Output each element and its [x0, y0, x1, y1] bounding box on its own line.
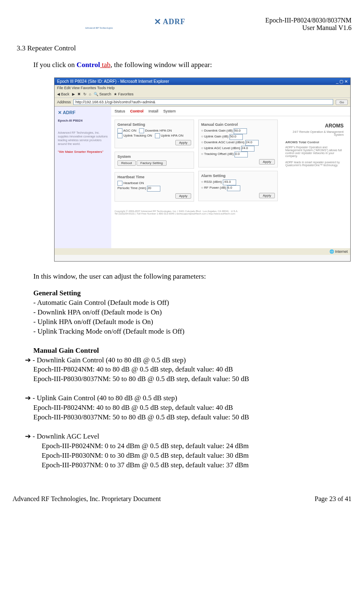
- hb-apply-button[interactable]: Apply: [175, 193, 191, 199]
- hb-period-input[interactable]: 20: [147, 186, 160, 192]
- aroms-title: AROMS: [285, 123, 344, 129]
- window-title: Epoch III P8024 (Site ID: ADRF) - Micros…: [57, 79, 169, 84]
- gs-apply-button[interactable]: Apply: [175, 140, 191, 145]
- rbox-title: AROMS Total Control: [285, 140, 344, 144]
- panel-manual-gain: Manual Gain Control ○ Downlink Gain (dB)…: [198, 120, 278, 167]
- footer-right: Page 23 of 41: [315, 495, 352, 503]
- forward-button[interactable]: ▶: [72, 92, 75, 96]
- page-header: ✕ ADRF Advanced RF Technologies Epoch-II…: [12, 17, 352, 32]
- ulhpa-checkbox[interactable]: [155, 133, 160, 138]
- ulagc-input[interactable]: 24.0: [241, 146, 254, 152]
- agc-checkbox[interactable]: [117, 128, 122, 133]
- status-internet: 🌐 Internet: [329, 249, 348, 254]
- aroms-sub: 24/7 Remote Operation & Management Syste…: [285, 130, 344, 136]
- rbox-desc: ADRF's Repeater Operation and Management…: [285, 146, 344, 157]
- alarm-apply-button[interactable]: Apply: [259, 193, 275, 198]
- gs-line1: - Automatic Gain Control (Default mode i…: [33, 298, 352, 308]
- hb-title: Heartbeat Time: [117, 175, 191, 179]
- panel-system: System Reboot Factory Setting: [115, 152, 194, 169]
- dlgain-input[interactable]: 50.0: [234, 128, 247, 134]
- tab-status[interactable]: Status: [115, 109, 125, 113]
- mgc-title: Manual Gain Control: [201, 122, 275, 127]
- arrow-icon: ➔: [25, 432, 31, 440]
- alarm-title: Alarm Setting: [201, 174, 275, 178]
- arrow-icon: ➔: [25, 394, 31, 402]
- tab-control[interactable]: Control: [130, 109, 144, 113]
- page-content: ✕ ADRF Epoch-III P8024 Advanced RF Techn…: [55, 107, 350, 248]
- main-area: Status Control Install System General Se…: [111, 107, 350, 248]
- window-intro: In this window, the user can adjust the …: [33, 272, 352, 282]
- hb-checkbox[interactable]: [117, 181, 122, 186]
- side-model: Epoch-III P8024: [58, 119, 108, 122]
- search-button[interactable]: 🔍 Search: [94, 92, 111, 96]
- intro-post: , the following window will appear:: [110, 61, 212, 69]
- home-icon[interactable]: ⌂: [89, 92, 91, 96]
- stop-icon[interactable]: ✖: [77, 92, 81, 96]
- factory-button[interactable]: Factory Setting: [137, 160, 167, 166]
- mgc-heading: Manual Gain Control: [33, 346, 352, 356]
- tabs: Status Control Install System: [111, 107, 350, 116]
- address-bar: Address http://192.168.63.1/cgi-bin/cont…: [55, 98, 350, 107]
- gs-heading: General Setting: [33, 289, 352, 298]
- sys-title: System: [117, 155, 191, 159]
- mgc-apply-button[interactable]: Apply: [259, 159, 275, 165]
- side-desc: Advanced RF Technologies, Inc. supplies …: [58, 131, 108, 146]
- rssi-input[interactable]: -93.0: [223, 180, 236, 185]
- dlagc-input[interactable]: 24.0: [245, 140, 259, 146]
- logo: ✕ ADRF Advanced RF Technologies: [12, 17, 185, 29]
- refresh-icon[interactable]: ↻: [83, 92, 87, 96]
- dlhpa-checkbox[interactable]: [139, 128, 144, 133]
- side-slogan: "We Make Smarter Repeaters": [58, 150, 108, 154]
- panel-general-setting: General Setting AGC ON Downlink HPA ON U…: [115, 120, 194, 148]
- page-footer: Advanced RF Technologies, Inc. Proprieta…: [12, 495, 352, 503]
- address-input[interactable]: http://192.168.63.1/cgi-bin/control?auth…: [73, 99, 333, 105]
- mgc-block3: ➔ - Downlink AGC Level Epoch-III-P8024NM…: [25, 432, 352, 470]
- mgc-block2: ➔ - Uplink Gain Control (40 to 80 dB @ 0…: [25, 394, 352, 422]
- logo-brand: ADRF: [163, 17, 185, 26]
- tab-word: tab: [100, 61, 110, 69]
- intro-pre: If you click on: [33, 61, 77, 69]
- address-label: Address: [57, 100, 71, 104]
- back-button[interactable]: ◀ Back: [57, 92, 70, 96]
- mgc-block1: ➔ - Downlink Gain Control (40 to 80 dB @…: [25, 356, 352, 384]
- rbox-desc2: ADRF leads in smart repeater powered by …: [285, 161, 344, 167]
- panel-heartbeat: Heartbeat Time Heartbeat ON Periodic Tim…: [115, 172, 194, 202]
- tab-system[interactable]: System: [163, 109, 176, 113]
- track-input[interactable]: 0.0: [234, 152, 248, 157]
- tab-install[interactable]: Install: [149, 109, 159, 113]
- gs-line3: - Uplink HPA on/off (Default mode is On): [33, 317, 352, 327]
- favorites-button[interactable]: ★ Favorites: [114, 92, 134, 96]
- control-word: Control: [77, 61, 100, 69]
- side-logo: ✕ ADRF: [58, 110, 108, 115]
- window-controls[interactable]: _ ▢ ✕: [336, 79, 348, 84]
- toolbar: ◀ Back ▶ ✖ ↻ ⌂ 🔍 Search ★ Favorites: [55, 91, 350, 98]
- footer-left: Advanced RF Technologies, Inc. Proprieta…: [12, 495, 161, 503]
- header-doc-info: Epoch-III-P8024/8030/8037NM User Manual …: [265, 17, 352, 32]
- doc-title-1: Epoch-III-P8024/8030/8037NM: [265, 17, 352, 24]
- doc-title-2: User Manual V1.6: [265, 24, 352, 32]
- track-checkbox[interactable]: [117, 133, 122, 138]
- screenshot-browser: Epoch III P8024 (Site ID: ADRF) - Micros…: [54, 77, 351, 262]
- sidebar: ✕ ADRF Epoch-III P8024 Advanced RF Techn…: [55, 107, 111, 248]
- gs-title: General Setting: [117, 122, 191, 127]
- menu-bar[interactable]: File Edit View Favorites Tools Help: [55, 85, 350, 91]
- logo-x-icon: ✕: [154, 17, 161, 27]
- intro-line: If you click on Control tab, the followi…: [33, 61, 352, 69]
- copyright: Copyright © 2006-2007 Advanced RF Techno…: [111, 208, 350, 217]
- gs-line4: - Uplink Tracking Mode on/off (Default m…: [33, 327, 352, 337]
- body-content: In this window, the user can adjust the …: [33, 272, 352, 470]
- window-titlebar: Epoch III P8024 (Site ID: ADRF) - Micros…: [55, 78, 350, 85]
- status-bar: 🌐 Internet: [55, 248, 350, 255]
- gs-line2: - Downlink HPA on/off (Default mode is O…: [33, 308, 352, 317]
- section-title: 3.3 Repeater Control: [17, 44, 352, 52]
- panel-alarm: Alarm Setting ○ RSSI (dBm) -93.0 ○ RF Po…: [198, 171, 278, 201]
- rfpwr-input[interactable]: 6.0: [227, 185, 240, 191]
- ulgain-input[interactable]: 50.0: [229, 134, 243, 140]
- go-button[interactable]: Go: [336, 100, 348, 105]
- right-panel: AROMS 24/7 Remote Operation & Management…: [282, 120, 347, 205]
- arrow-icon: ➔: [25, 356, 31, 364]
- logo-subtitle: Advanced RF Technologies: [85, 27, 112, 29]
- reboot-button[interactable]: Reboot: [117, 160, 136, 166]
